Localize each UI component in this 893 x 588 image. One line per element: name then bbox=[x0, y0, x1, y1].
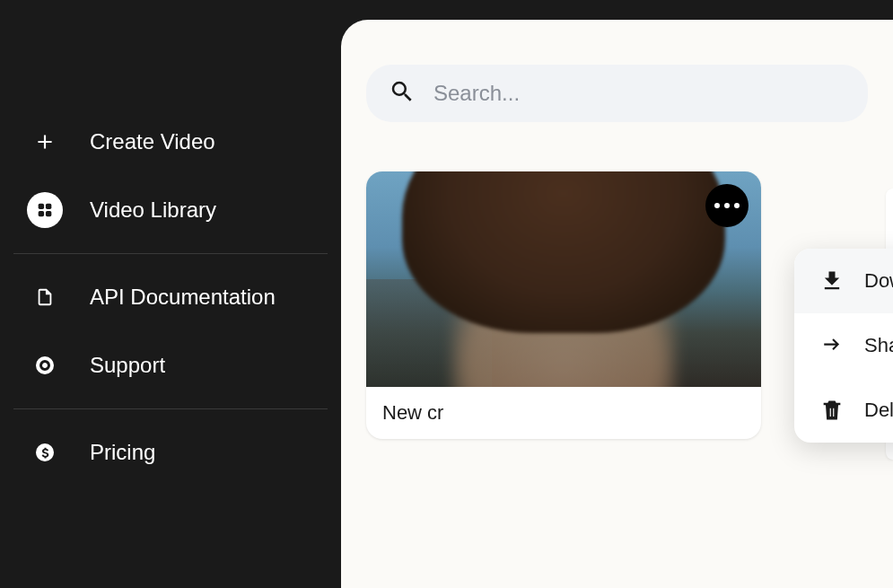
menu-item-label: Download bbox=[864, 269, 893, 293]
video-title: New cr bbox=[366, 387, 761, 439]
sidebar-item-label: Create Video bbox=[90, 129, 215, 154]
lifebuoy-icon bbox=[27, 347, 63, 383]
sidebar-item-label: Video Library bbox=[90, 197, 216, 223]
svg-rect-0 bbox=[39, 204, 44, 209]
divider bbox=[13, 253, 328, 254]
main-content: New cr Download Share Delete bbox=[341, 20, 893, 588]
trash-icon bbox=[819, 398, 845, 423]
plus-icon bbox=[27, 124, 63, 160]
menu-item-delete[interactable]: Delete bbox=[794, 378, 893, 443]
svg-rect-2 bbox=[39, 211, 44, 216]
more-options-button[interactable] bbox=[705, 184, 749, 227]
sidebar-item-label: API Documentation bbox=[90, 285, 276, 310]
sidebar-item-support[interactable]: Support bbox=[0, 331, 341, 399]
share-icon bbox=[819, 333, 845, 358]
svg-rect-1 bbox=[46, 204, 51, 209]
search-icon bbox=[389, 78, 416, 109]
more-icon bbox=[714, 203, 740, 208]
sidebar-item-video-library[interactable]: Video Library bbox=[0, 176, 341, 244]
sidebar-item-label: Pricing bbox=[90, 440, 155, 465]
sidebar-item-create-video[interactable]: Create Video bbox=[0, 108, 341, 176]
search-input[interactable] bbox=[433, 81, 845, 106]
menu-item-label: Share bbox=[864, 334, 893, 357]
context-menu: Download Share Delete bbox=[794, 249, 893, 443]
svg-rect-3 bbox=[46, 211, 51, 216]
sidebar-item-pricing[interactable]: Pricing bbox=[0, 418, 341, 487]
grid-icon bbox=[27, 192, 63, 228]
menu-item-share[interactable]: Share bbox=[794, 313, 893, 378]
sidebar-item-label: Support bbox=[90, 353, 165, 378]
document-icon bbox=[27, 279, 63, 315]
video-thumbnail bbox=[366, 171, 761, 387]
divider bbox=[13, 408, 328, 409]
menu-item-label: Delete bbox=[864, 399, 893, 422]
dollar-icon bbox=[27, 434, 63, 470]
download-icon bbox=[819, 268, 845, 294]
search-box[interactable] bbox=[366, 65, 868, 122]
sidebar-item-api-docs[interactable]: API Documentation bbox=[0, 263, 341, 331]
menu-item-download[interactable]: Download bbox=[794, 249, 893, 313]
video-card[interactable]: New cr bbox=[366, 171, 761, 439]
sidebar: Create Video Video Library API Documenta… bbox=[0, 0, 341, 588]
